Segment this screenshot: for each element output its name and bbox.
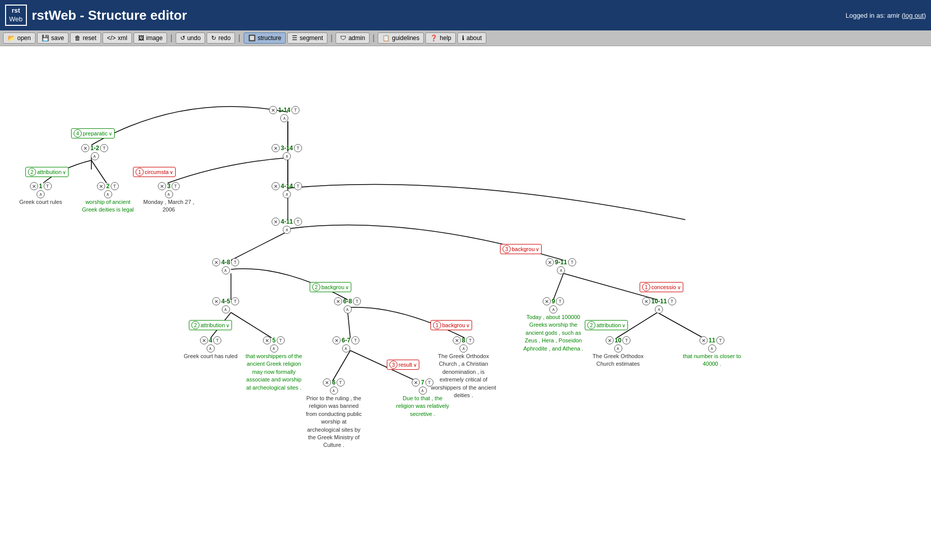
x-button-10-11[interactable]: ✕: [642, 297, 650, 305]
t-button-5[interactable]: T: [277, 336, 285, 344]
lambda-button-4-11[interactable]: ∧: [283, 226, 291, 234]
relation-preparatic-box[interactable]: 4 preparatic ∨: [71, 128, 115, 138]
t-button-3-14[interactable]: T: [294, 144, 302, 152]
lambda-button-9[interactable]: ∧: [549, 305, 557, 313]
x-button-6-8[interactable]: ✕: [334, 297, 342, 305]
lambda-button-4[interactable]: ∧: [207, 344, 215, 353]
lambda-button-6-8[interactable]: ∧: [344, 305, 352, 313]
x-button-8[interactable]: ✕: [453, 336, 461, 344]
x-button-3-14[interactable]: ✕: [272, 144, 280, 152]
x-button-5[interactable]: ✕: [263, 336, 271, 344]
t-button-4-11[interactable]: T: [294, 218, 302, 226]
open-button[interactable]: 📂 open: [3, 32, 36, 44]
separator-3: |: [330, 33, 332, 43]
lambda-button-8[interactable]: ∧: [459, 344, 468, 353]
relation-backgrou-2-box[interactable]: 2 backgrou ∨: [310, 282, 351, 292]
t-button-10-11[interactable]: T: [668, 297, 676, 305]
t-button-3[interactable]: T: [172, 182, 180, 190]
structure-button[interactable]: 🔲 structure: [244, 32, 286, 44]
lambda-button-1-2[interactable]: ∧: [91, 152, 99, 160]
t-button-11[interactable]: T: [716, 336, 724, 344]
lambda-button-5[interactable]: ∧: [270, 344, 278, 353]
node-5: ✕ 5 T ∧ that worshippers of the ancient …: [245, 336, 303, 392]
t-button-7[interactable]: T: [425, 378, 434, 387]
lambda-button-6[interactable]: ∧: [330, 387, 338, 395]
x-button-1-2[interactable]: ✕: [81, 144, 89, 152]
x-button-6[interactable]: ✕: [323, 378, 331, 387]
relation-circumsta-box[interactable]: 1 circumsta ∨: [133, 167, 176, 177]
help-button[interactable]: ❓ help: [425, 32, 456, 44]
lambda-button-10[interactable]: ∧: [614, 344, 622, 353]
node-controls-6: ✕ 6 T: [323, 378, 345, 387]
x-button-4-8[interactable]: ✕: [212, 258, 220, 266]
logout-link[interactable]: log out: [904, 12, 924, 19]
x-button-11[interactable]: ✕: [700, 336, 708, 344]
xml-button[interactable]: </> xml: [103, 32, 132, 44]
t-button-4-14[interactable]: T: [294, 182, 302, 190]
relation-result-box[interactable]: 3 result ∨: [387, 360, 419, 370]
relation-concession-box[interactable]: 1 concessio ∨: [640, 282, 683, 292]
segment-button[interactable]: ☰ segment: [287, 32, 327, 44]
lambda-button-11[interactable]: ∧: [708, 344, 716, 353]
x-button-2[interactable]: ✕: [97, 182, 105, 190]
x-button-4-5[interactable]: ✕: [212, 297, 220, 305]
lambda-button-7[interactable]: ∧: [419, 387, 427, 395]
relation-backgrou-3-box[interactable]: 3 backgrou ∨: [500, 244, 542, 254]
x-button-9[interactable]: ✕: [543, 297, 551, 305]
t-button-2[interactable]: T: [111, 182, 119, 190]
relation-backgrou-1-box[interactable]: 1 backgrou ∨: [430, 320, 472, 330]
t-button-1[interactable]: T: [44, 182, 52, 190]
t-button-4-5[interactable]: T: [231, 297, 239, 305]
relation-attribution-1-box[interactable]: 2 attribution ∨: [25, 167, 69, 177]
node-id-8: 8: [462, 337, 466, 344]
relation-circumsta-num: 1: [136, 168, 144, 176]
lambda-button-2[interactable]: ∧: [104, 190, 112, 198]
t-button-4-8[interactable]: T: [231, 258, 239, 266]
x-button-4-14[interactable]: ✕: [272, 182, 280, 190]
about-button[interactable]: ℹ about: [457, 32, 486, 44]
save-button[interactable]: 💾 save: [37, 32, 69, 44]
node-6-8: ✕ 6-8 T ∧: [334, 297, 361, 313]
lambda-button-4-8[interactable]: ∧: [222, 266, 230, 274]
t-button-6-8[interactable]: T: [353, 297, 361, 305]
t-button-1-2[interactable]: T: [100, 144, 108, 152]
lambda-button-9-11[interactable]: ∧: [557, 266, 565, 274]
lambda-button-10-11[interactable]: ∧: [655, 305, 663, 313]
svg-line-12: [332, 351, 350, 381]
x-button-6-7[interactable]: ✕: [332, 336, 341, 344]
lambda-button-1-14[interactable]: ∧: [280, 114, 288, 122]
t-button-9[interactable]: T: [556, 297, 564, 305]
lambda-button-1[interactable]: ∧: [37, 190, 45, 198]
lambda-button-6-7[interactable]: ∧: [342, 344, 350, 353]
x-button-9-11[interactable]: ✕: [546, 258, 554, 266]
lambda-button-3[interactable]: ∧: [165, 190, 173, 198]
t-button-9-11[interactable]: T: [568, 258, 576, 266]
x-button-3[interactable]: ✕: [158, 182, 166, 190]
x-button-10[interactable]: ✕: [606, 336, 614, 344]
image-button[interactable]: 🖼 image: [134, 32, 168, 44]
lambda-button-4-5[interactable]: ∧: [222, 305, 230, 313]
lambda-button-3-14[interactable]: ∧: [283, 152, 291, 160]
node-id-10-11: 10-11: [651, 298, 667, 305]
admin-button[interactable]: 🛡 admin: [336, 32, 370, 44]
guidelines-button[interactable]: 📋 guidelines: [378, 32, 424, 44]
t-button-1-14[interactable]: T: [291, 106, 300, 114]
x-button-1-14[interactable]: ✕: [269, 106, 277, 114]
x-button-4-11[interactable]: ✕: [272, 218, 280, 226]
t-button-4[interactable]: T: [213, 336, 221, 344]
t-button-6-7[interactable]: T: [351, 336, 359, 344]
t-button-8[interactable]: T: [466, 336, 474, 344]
x-button-7[interactable]: ✕: [412, 378, 420, 387]
node-id-9: 9: [552, 298, 555, 305]
x-button-4[interactable]: ✕: [200, 336, 208, 344]
reset-button[interactable]: 🗑 reset: [70, 32, 101, 44]
t-button-6[interactable]: T: [337, 378, 345, 387]
lambda-button-4-14[interactable]: ∧: [283, 190, 291, 198]
x-button-1[interactable]: ✕: [30, 182, 38, 190]
t-button-10[interactable]: T: [622, 336, 630, 344]
undo-button[interactable]: ↺ undo: [176, 32, 206, 44]
relation-attribution-3-box[interactable]: 2 attribution ∨: [585, 320, 628, 330]
redo-button[interactable]: ↻ redo: [207, 32, 235, 44]
relation-preparatic-label: preparatic: [83, 130, 108, 136]
relation-attribution-2-box[interactable]: 2 attribution ∨: [189, 320, 232, 330]
